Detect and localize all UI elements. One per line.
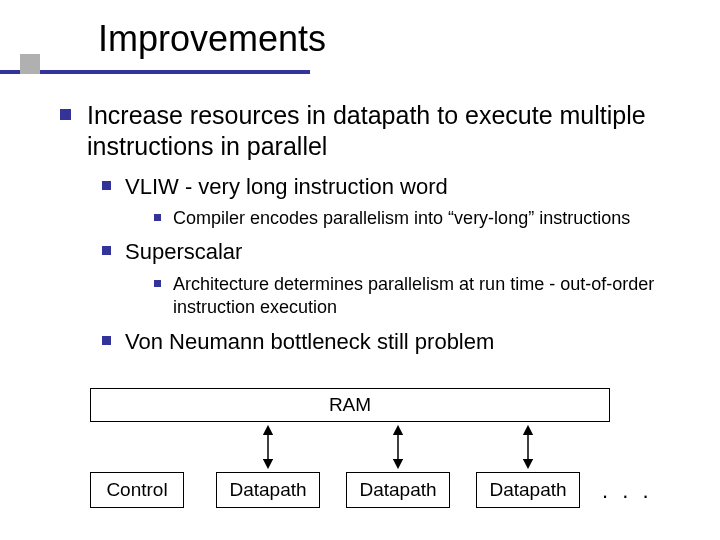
bullet-level3-vliw-sub: Compiler encodes parallelism into “very-… [154,207,680,230]
bullet-text: Increase resources in datapath to execut… [87,100,680,163]
bullet-text: Von Neumann bottleneck still problem [125,328,494,357]
bullet-text: Architecture determines parallelism at r… [173,273,680,320]
bullet-level3-superscalar-sub: Architecture determines parallelism at r… [154,273,680,320]
title-underline [0,70,310,74]
bullet-text: VLIW - very long instruction word [125,173,448,202]
bullet-level1: Increase resources in datapath to execut… [60,100,680,163]
diagram-arrows [80,388,640,518]
slide-title-area: Improvements [0,0,720,90]
bullet-level2-superscalar: Superscalar [102,238,680,267]
square-bullet-icon [102,336,111,345]
square-bullet-icon [154,280,161,287]
bullet-text: Compiler encodes parallelism into “very-… [173,207,630,230]
slide-content: Increase resources in datapath to execut… [0,90,720,356]
title-accent-square [20,54,40,74]
slide-title: Improvements [98,18,326,60]
bullet-level2-vliw: VLIW - very long instruction word [102,173,680,202]
square-bullet-icon [60,109,71,120]
bullet-text: Superscalar [125,238,242,267]
bullet-level2-vn: Von Neumann bottleneck still problem [102,328,680,357]
square-bullet-icon [154,214,161,221]
square-bullet-icon [102,181,111,190]
square-bullet-icon [102,246,111,255]
